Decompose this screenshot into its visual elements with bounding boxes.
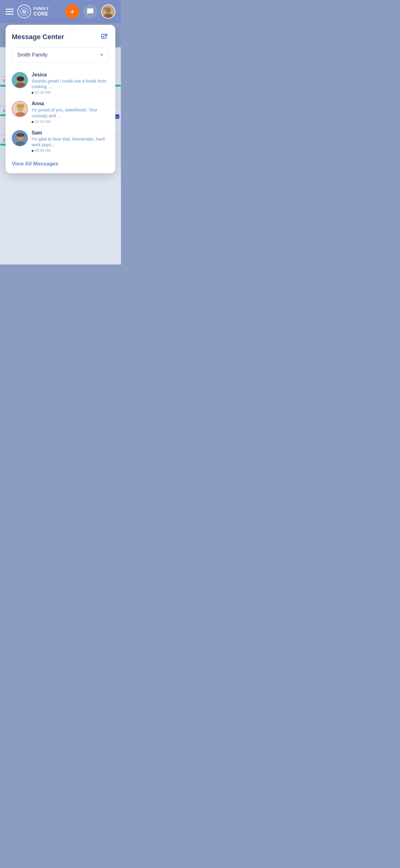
svg-point-3 xyxy=(106,7,111,13)
user-avatar[interactable] xyxy=(101,4,115,19)
svg-point-14 xyxy=(16,104,25,108)
avatar xyxy=(12,101,28,117)
message-content: Anna I'm proud of you, sweetheart. Your … xyxy=(32,101,109,124)
svg-point-5 xyxy=(103,7,106,10)
menu-button[interactable] xyxy=(6,9,14,14)
dropdown-label: Smith Family xyxy=(17,52,47,58)
message-item[interactable]: Jesica Sounds great! I could use a break… xyxy=(12,69,109,98)
logo: FAMILY CORE xyxy=(18,5,49,18)
message-time: 10:14 AM xyxy=(32,120,109,124)
message-list: Jesica Sounds great! I could use a break… xyxy=(12,69,109,156)
family-dropdown[interactable]: Smith Family ▼ xyxy=(12,47,109,63)
svg-point-18 xyxy=(16,133,25,137)
message-content: Jesica Sounds great! I could use a break… xyxy=(32,72,109,95)
message-item[interactable]: Anna I'm proud of you, sweetheart. Your … xyxy=(12,98,109,127)
message-preview: I'm glad to hear that. Remember, hard wo… xyxy=(32,136,109,148)
message-center-title: Message Center xyxy=(12,33,64,41)
add-button[interactable]: + xyxy=(65,4,79,19)
sender-name: Anna xyxy=(32,101,109,106)
logo-text: FAMILY CORE xyxy=(33,6,49,17)
sender-name: Sam xyxy=(32,130,109,136)
message-button[interactable] xyxy=(83,4,97,19)
header: FAMILY CORE + xyxy=(0,0,121,23)
sender-name: Jesica xyxy=(32,72,109,78)
message-content: Sam I'm glad to hear that. Remember, har… xyxy=(32,130,109,153)
logo-icon xyxy=(18,5,31,18)
message-time: 09:45 AM xyxy=(32,148,109,153)
message-preview: Sounds great! I could use a break from c… xyxy=(32,78,109,89)
avatar xyxy=(12,72,28,88)
message-time: 10:16 AM xyxy=(32,90,109,95)
svg-point-1 xyxy=(23,10,25,12)
svg-point-10 xyxy=(17,76,24,81)
message-center-card: Message Center Smith Family ▼ xyxy=(6,25,115,173)
message-preview: I'm proud of you, sweetheart. Your curio… xyxy=(32,107,109,118)
edit-icon[interactable] xyxy=(100,32,109,41)
chevron-down-icon: ▼ xyxy=(100,53,104,57)
view-all-messages-link[interactable]: View All Messages xyxy=(12,161,58,167)
message-item[interactable]: Sam I'm glad to hear that. Remember, har… xyxy=(12,127,109,156)
avatar xyxy=(12,130,28,146)
message-center-header: Message Center xyxy=(12,32,109,41)
